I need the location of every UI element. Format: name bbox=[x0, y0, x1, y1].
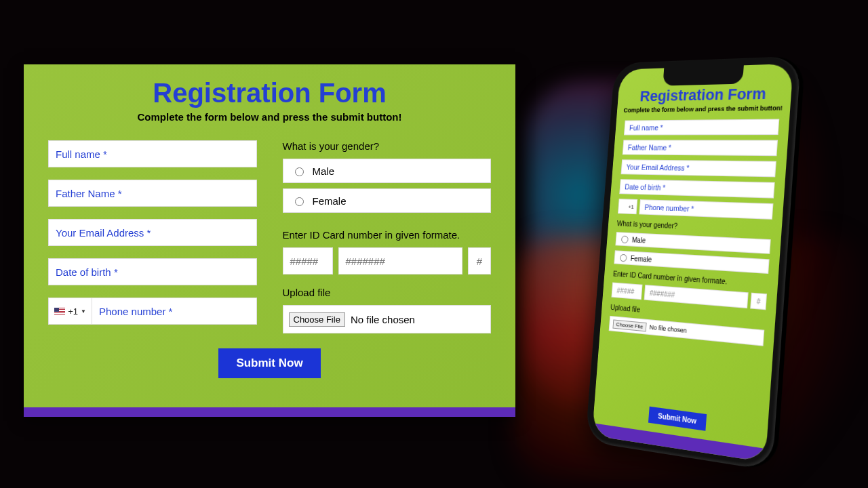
left-column: Full name * Father Name * Your Email Add… bbox=[48, 140, 257, 333]
phone-gender-male-option[interactable]: Male bbox=[615, 232, 770, 254]
phone-country-code[interactable]: +1 ▼ bbox=[48, 298, 92, 325]
gender-male-radio[interactable] bbox=[295, 167, 304, 176]
phone-form-subtitle: Complete the form below and press the su… bbox=[617, 104, 791, 114]
id-part-1-input[interactable]: ##### bbox=[283, 247, 333, 274]
phone-input[interactable]: Phone number * bbox=[92, 298, 257, 325]
phone-country-code-mini[interactable]: +1 bbox=[618, 199, 637, 214]
email-input[interactable]: Your Email Address * bbox=[48, 219, 257, 246]
phone-form-title: Registration Form bbox=[618, 84, 792, 106]
gender-label: What is your gender? bbox=[283, 140, 492, 152]
chevron-down-icon: ▼ bbox=[81, 308, 86, 314]
gender-female-label: Female bbox=[313, 195, 347, 207]
form-title: Registration Form bbox=[48, 78, 491, 108]
phone-id3-input[interactable]: # bbox=[750, 293, 767, 310]
phone-number-input-mini[interactable]: Phone number * bbox=[639, 199, 773, 220]
phone-cc-mini-value: +1 bbox=[628, 203, 634, 209]
phone-id1-input[interactable]: ##### bbox=[611, 282, 642, 300]
card-footer-accent bbox=[24, 407, 515, 417]
gender-male-option[interactable]: Male bbox=[283, 159, 492, 183]
submit-button[interactable]: Submit Now bbox=[218, 348, 320, 378]
phone-choose-file-button[interactable]: Choose File bbox=[612, 319, 646, 331]
id-part-3-input[interactable]: # bbox=[468, 247, 491, 274]
registration-card: Registration Form Complete the form belo… bbox=[24, 64, 515, 417]
gender-male-label: Male bbox=[313, 165, 335, 177]
phone-cc-value: +1 bbox=[68, 306, 78, 317]
right-column: What is your gender? Male Female Enter I… bbox=[283, 140, 492, 333]
phone-dob-input[interactable]: Date of birth * bbox=[619, 179, 774, 198]
us-flag-icon bbox=[621, 204, 627, 208]
id-card-label: Enter ID Card number in given formate. bbox=[283, 229, 492, 241]
phone-gender-female-label: Female bbox=[630, 254, 652, 263]
us-flag-icon bbox=[54, 308, 65, 315]
phone-email-input[interactable]: Your Email Address * bbox=[620, 159, 776, 177]
gender-female-option[interactable]: Female bbox=[283, 188, 492, 213]
form-subtitle: Complete the form below and press the su… bbox=[48, 111, 491, 123]
phone-id2-input[interactable]: ####### bbox=[644, 285, 749, 308]
phone-gender-label: What is your gender? bbox=[616, 220, 772, 234]
dob-input[interactable]: Date of birth * bbox=[48, 258, 257, 285]
father-name-input[interactable]: Father Name * bbox=[48, 180, 257, 207]
phone-full-name-input[interactable]: Full name * bbox=[624, 119, 779, 135]
id-part-2-input[interactable]: ####### bbox=[338, 247, 463, 274]
upload-label: Upload file bbox=[283, 287, 492, 298]
phone-notch bbox=[663, 65, 744, 85]
phone-gender-male-label: Male bbox=[632, 236, 646, 244]
phone-mockup: Registration Form Complete the form belo… bbox=[585, 56, 801, 471]
file-status: No file chosen bbox=[351, 314, 415, 325]
phone-gender-female-option[interactable]: Female bbox=[614, 250, 769, 274]
choose-file-button[interactable]: Choose File bbox=[289, 312, 345, 327]
phone-file-status: No file chosen bbox=[649, 323, 687, 334]
file-upload[interactable]: Choose File No file chosen bbox=[283, 305, 492, 333]
full-name-input[interactable]: Full name * bbox=[48, 140, 257, 167]
phone-father-name-input[interactable]: Father Name * bbox=[623, 140, 778, 156]
gender-female-radio[interactable] bbox=[295, 197, 304, 206]
